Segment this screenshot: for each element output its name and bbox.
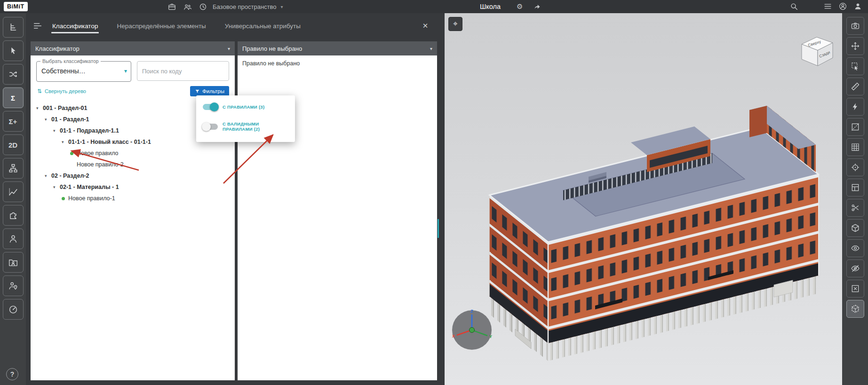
measure-icon <box>851 82 860 91</box>
tool-add-rules[interactable]: Σ+ <box>3 111 24 132</box>
right-toolbar <box>842 13 868 385</box>
panel-resize-handle[interactable] <box>438 219 439 238</box>
team-icon[interactable] <box>183 2 192 11</box>
workspace-label: Базовое пространство <box>213 3 277 10</box>
floor-plan-icon <box>851 183 860 192</box>
tool-section-box[interactable] <box>846 118 864 136</box>
tool-roles[interactable] <box>3 252 24 273</box>
classifier-panel: Классификатор ▾ Выбрать классификатор Со… <box>31 41 235 380</box>
settings-gear-icon[interactable]: ⚙ <box>517 0 523 13</box>
tool-screenshot[interactable] <box>846 17 864 35</box>
project-title: Школа <box>480 0 501 13</box>
pan-icon <box>851 41 860 51</box>
chevron-down-icon: ▾ <box>430 46 432 51</box>
tool-pan[interactable] <box>846 37 864 55</box>
tool-select-tool[interactable] <box>3 40 24 61</box>
code-search-input[interactable] <box>137 61 229 81</box>
search-icon[interactable] <box>789 2 798 11</box>
building-model[interactable] <box>445 13 842 385</box>
chevron-down-icon: ▾ <box>228 46 230 51</box>
top-bar: BiMiT Базовое пространство ▾ Школа ⚙ <box>0 0 868 13</box>
roles-icon <box>8 257 18 267</box>
panel-menu-icon[interactable] <box>32 21 43 31</box>
tree-item[interactable]: Новое правило-1 <box>31 193 235 204</box>
tool-frame-select[interactable] <box>846 57 864 75</box>
tool-grids-levels[interactable] <box>846 138 864 156</box>
tab-1[interactable]: Нераспределённые элементы <box>116 13 207 39</box>
close-icon[interactable]: ✕ <box>420 21 430 31</box>
toggle-knob <box>210 102 219 111</box>
grids-levels-icon <box>851 142 860 152</box>
show-elements-icon <box>851 244 860 253</box>
tool-show-elements[interactable] <box>846 239 864 257</box>
user-location-icon <box>8 281 18 291</box>
toggle-label: С ПРАВИЛАМИ (3) <box>223 104 264 110</box>
toggle-switch[interactable] <box>203 124 218 130</box>
tool-measure[interactable] <box>846 78 864 95</box>
user-icon[interactable] <box>853 2 862 11</box>
tree-item[interactable]: Новое правило <box>31 148 235 159</box>
tool-analytics[interactable] <box>3 181 24 202</box>
tool-plugins[interactable] <box>3 205 24 226</box>
transparent-mode-icon <box>851 304 860 314</box>
tool-clash-check[interactable] <box>846 98 864 116</box>
tool-floor-plan[interactable] <box>846 179 864 196</box>
tool-model-tree[interactable] <box>3 17 24 38</box>
menu-icon[interactable] <box>823 2 832 11</box>
chevron-down-icon: ▾ <box>124 68 127 74</box>
classifier-panel-header[interactable]: Классификатор ▾ <box>31 41 235 55</box>
toggle-switch[interactable] <box>203 104 218 110</box>
caret-icon[interactable]: ▾ <box>62 140 68 144</box>
tree-item-label: 02 - Раздел-2 <box>51 173 89 179</box>
tool-structure[interactable] <box>3 158 24 179</box>
filter-toggle-1[interactable]: С ВАЛИДНЫМИ ПРАВИЛАМИ (2) <box>196 116 295 137</box>
classifier-header-label: Классификатор <box>35 45 80 52</box>
tool-users[interactable] <box>3 228 24 249</box>
tab-2[interactable]: Универсальные атрибуты <box>224 13 302 39</box>
filters-popup: С ПРАВИЛАМИ (3)С ВАЛИДНЫМИ ПРАВИЛАМИ (2) <box>196 95 295 142</box>
tool-connections[interactable] <box>3 64 24 85</box>
history-icon[interactable] <box>199 2 207 11</box>
tool-isolate[interactable] <box>846 280 864 298</box>
tool-locate[interactable] <box>846 158 864 176</box>
tool-model-cube[interactable] <box>846 219 864 237</box>
nav-gizmo[interactable]: Z X Y <box>450 308 494 352</box>
caret-icon[interactable]: ▾ <box>53 185 60 189</box>
tool-hide-elements[interactable] <box>846 259 864 277</box>
rule-panel-header[interactable]: Правило не выбрано ▾ <box>238 41 437 55</box>
filter-toggle-0[interactable]: С ПРАВИЛАМИ (3) <box>196 98 295 116</box>
account-circle-icon[interactable] <box>838 2 847 11</box>
frame-select-icon <box>851 62 860 71</box>
tree-item[interactable]: ▾02 - Раздел-2 <box>31 170 235 181</box>
tree-item[interactable]: Новое правило-2 <box>31 159 235 170</box>
fit-view-button[interactable]: ⌖ <box>448 17 462 31</box>
help-button[interactable]: ? <box>6 368 18 380</box>
structure-icon <box>8 163 18 173</box>
classifier-select[interactable]: Выбрать классификатор Собственны… ▾ <box>36 61 131 82</box>
viewport-3d[interactable]: ⌖ Сверху Сзади Z X Y <box>445 13 842 385</box>
tool-classifier-rules[interactable]: Σ <box>3 87 24 108</box>
building-group <box>489 106 819 361</box>
tool-section-cut[interactable] <box>846 199 864 217</box>
left-toolbar: ΣΣ+2D <box>0 13 26 385</box>
view-cube[interactable]: Сверху Сзади <box>795 33 838 69</box>
collapse-tree-link[interactable]: ⇅ Свернуть дерево <box>37 88 86 94</box>
caret-icon[interactable]: ▾ <box>45 117 51 122</box>
locate-icon <box>851 163 860 172</box>
portfolio-icon[interactable] <box>167 2 176 11</box>
tool-transparent-mode[interactable] <box>846 300 864 318</box>
axis-y-label: Y <box>489 334 492 339</box>
select-tool-icon <box>8 46 18 56</box>
share-icon[interactable] <box>533 2 542 11</box>
tool-dashboard[interactable] <box>3 299 24 320</box>
caret-icon[interactable]: ▾ <box>45 173 51 178</box>
filters-button[interactable]: Фильтры <box>190 86 229 96</box>
tool-view-2d[interactable]: 2D <box>3 134 24 155</box>
tool-user-location[interactable] <box>3 275 24 296</box>
toggle-knob <box>202 122 211 131</box>
caret-icon[interactable]: ▾ <box>36 106 43 110</box>
caret-icon[interactable]: ▾ <box>53 128 60 133</box>
tab-0[interactable]: Классификатор <box>51 13 99 39</box>
tree-item[interactable]: ▾02-1 - Материалы - 1 <box>31 181 235 193</box>
workspace-selector[interactable]: Базовое пространство ▾ <box>213 0 283 13</box>
